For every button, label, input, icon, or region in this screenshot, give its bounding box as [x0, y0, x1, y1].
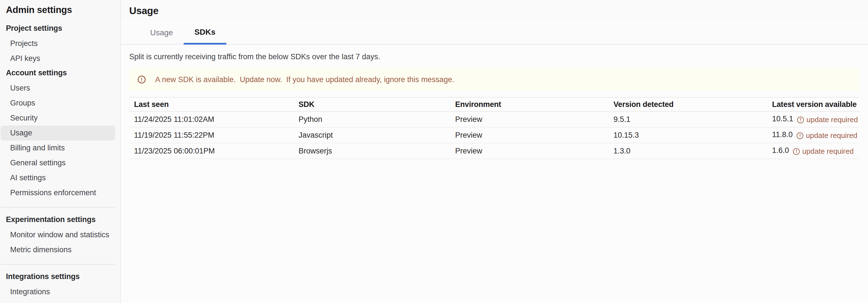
tab-sdks[interactable]: SDKs	[184, 21, 226, 44]
cell-sdk: Python	[294, 112, 451, 127]
column-header-last-seen: Last seen	[129, 97, 294, 112]
cell-environment: Preview	[451, 112, 609, 127]
tab-usage[interactable]: Usage	[140, 21, 184, 44]
sidebar-title: Admin settings	[6, 4, 120, 16]
cell-version-detected: 9.5.1	[609, 112, 767, 127]
cell-environment: Preview	[451, 127, 609, 143]
sidebar-item-ai-settings[interactable]: AI settings	[1, 171, 115, 185]
latest-version-value: 1.6.0	[772, 146, 789, 155]
cell-latest-version: 1.6.0!update required	[767, 143, 860, 159]
cell-last-seen: 11/24/2025 11:01:02AM	[129, 112, 294, 127]
cell-last-seen: 11/19/2025 11:55:22PM	[129, 127, 294, 143]
sidebar-item-integrations[interactable]: Integrations	[1, 284, 115, 299]
cell-sdk: Browserjs	[294, 143, 451, 159]
main-content: Usage Usage SDKs Split is currently rece…	[121, 0, 868, 303]
latest-version-value: 10.5.1	[772, 115, 793, 123]
alert-circle-icon: !	[797, 132, 803, 139]
sidebar-item-metric-dimensions[interactable]: Metric dimensions	[1, 242, 115, 257]
sidebar-item-permissions-enforcement[interactable]: Permissions enforcement	[1, 185, 115, 200]
banner-message-prefix: A new SDK is available.	[155, 75, 236, 84]
banner-message-suffix: If you have updated already, ignore this…	[286, 75, 454, 84]
table-row: 11/23/2025 06:00:01PM Browserjs Preview …	[129, 143, 860, 159]
new-sdk-warning-banner: ! A new SDK is available. Update now. If…	[129, 68, 860, 91]
update-required-link[interactable]: !update required	[797, 115, 858, 124]
sdk-traffic-description: Split is currently receiving traffic fro…	[129, 52, 860, 61]
cell-latest-version: 10.5.1!update required	[767, 112, 860, 127]
sidebar-item-monitor-window-and-statistics[interactable]: Monitor window and statistics	[1, 228, 115, 242]
sdk-usage-table: Last seen SDK Environment Version detect…	[129, 97, 860, 159]
column-header-latest-version-available: Latest version available	[767, 97, 860, 112]
sdks-tab-content: Split is currently receiving traffic fro…	[121, 44, 868, 303]
cell-version-detected: 1.3.0	[609, 143, 767, 159]
sidebar-item-billing-and-limits[interactable]: Billing and limits	[1, 141, 115, 155]
table-row: 11/24/2025 11:01:02AM Python Preview 9.5…	[129, 112, 860, 127]
sidebar-section-experimentation-settings: Experimentation settings Monitor window …	[0, 216, 120, 257]
column-header-version-detected: Version detected	[609, 97, 767, 112]
admin-settings-page: Admin settings Project settings Projects…	[0, 0, 868, 303]
sidebar-section-account-settings: Account settings Users Groups Security U…	[0, 69, 120, 200]
section-label-integrations-settings: Integrations settings	[6, 273, 115, 280]
cell-last-seen: 11/23/2025 06:00:01PM	[129, 143, 294, 159]
cell-version-detected: 10.15.3	[609, 127, 767, 143]
latest-version-value: 11.8.0	[772, 130, 793, 139]
sidebar-item-usage[interactable]: Usage	[1, 125, 115, 141]
page-title: Usage	[129, 5, 159, 17]
alert-circle-icon: !	[797, 117, 804, 123]
alert-circle-icon: !	[793, 148, 800, 155]
section-label-project-settings: Project settings	[6, 24, 115, 32]
sidebar-divider	[1, 207, 115, 208]
table-row: 11/19/2025 11:55:22PM Javascript Preview…	[129, 127, 860, 143]
update-required-label: update required	[806, 115, 858, 124]
column-header-sdk: SDK	[294, 97, 451, 112]
sidebar-item-users[interactable]: Users	[1, 81, 115, 96]
tab-bar: Usage SDKs	[121, 21, 868, 44]
sidebar-item-general-settings[interactable]: General settings	[1, 155, 115, 171]
cell-environment: Preview	[451, 143, 609, 159]
sidebar: Admin settings Project settings Projects…	[0, 0, 121, 303]
cell-sdk: Javascript	[294, 127, 451, 143]
main-header: Usage	[121, 0, 868, 21]
cell-latest-version: 11.8.0!update required	[767, 127, 860, 143]
sidebar-section-project-settings: Project settings Projects API keys	[0, 24, 120, 66]
banner-text: A new SDK is available. Update now. If y…	[155, 75, 454, 84]
section-label-account-settings: Account settings	[6, 69, 115, 77]
sidebar-item-security[interactable]: Security	[1, 111, 115, 125]
sidebar-section-integrations-settings: Integrations settings Integrations	[0, 273, 120, 299]
section-label-experimentation-settings: Experimentation settings	[6, 216, 115, 223]
alert-circle-icon: !	[138, 75, 146, 84]
column-header-environment: Environment	[451, 97, 609, 112]
update-required-link[interactable]: !update required	[797, 131, 857, 140]
update-required-link[interactable]: !update required	[793, 147, 854, 156]
sidebar-item-groups[interactable]: Groups	[1, 96, 115, 111]
table-header-row: Last seen SDK Environment Version detect…	[129, 97, 860, 112]
update-required-label: update required	[806, 131, 857, 140]
sidebar-item-api-keys[interactable]: API keys	[1, 51, 115, 66]
sidebar-divider	[1, 264, 115, 265]
update-now-link[interactable]: Update now.	[240, 75, 282, 84]
sidebar-item-projects[interactable]: Projects	[1, 36, 115, 51]
update-required-label: update required	[802, 147, 854, 156]
